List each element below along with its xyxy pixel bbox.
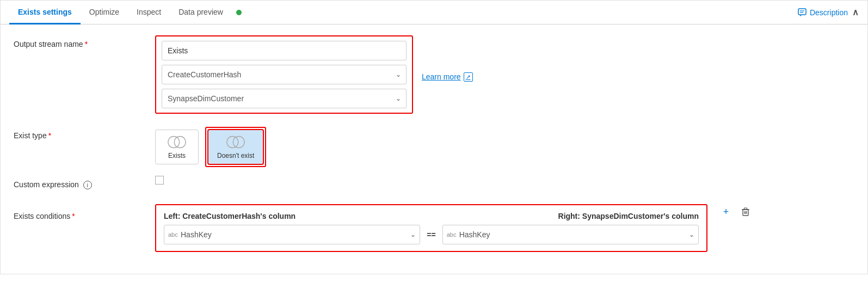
required-star-conditions: * [72, 212, 75, 220]
required-star: * [85, 40, 88, 48]
external-link-icon: ➚ [464, 72, 473, 82]
svg-rect-0 [798, 9, 806, 15]
exist-type-group: Exists Doesn't exist [155, 127, 266, 167]
right-condition-wrapper: abc HashKey ⌄ [442, 225, 699, 244]
right-col-header: Right: SynapseDimCustomer's column [558, 212, 699, 220]
tab-exists-settings[interactable]: Exists settings [9, 1, 81, 24]
exists-settings-panel: Exists settingsOptimizeInspectData previ… [0, 0, 868, 274]
left-condition-wrapper: abc HashKey ⌄ [164, 225, 420, 244]
doesnt-exist-venn-icon [225, 134, 246, 150]
conditions-row: abc HashKey ⌄ == abc HashKey [164, 225, 699, 244]
right-condition-select[interactable]: HashKey [442, 225, 699, 244]
required-star-exist: * [48, 131, 51, 140]
doesnt-exist-button[interactable]: Doesn't exist [207, 129, 264, 165]
exists-button[interactable]: Exists [155, 130, 199, 164]
doesnt-exist-label: Doesn't exist [217, 152, 254, 159]
checkbox-row [155, 176, 164, 185]
tab-optimize[interactable]: Optimize [81, 1, 128, 24]
top-inputs-highlight: CreateCustomerHash ⌄ SynapseDimCustomer … [155, 35, 413, 114]
collapse-button[interactable]: ∧ [852, 7, 859, 17]
doesnt-exist-highlight: Doesn't exist [205, 127, 266, 167]
output-stream-row: Output stream name* CreateCustomerHash ⌄ [14, 35, 854, 114]
add-condition-button[interactable]: + [718, 204, 734, 219]
conditions-actions: + [718, 204, 753, 219]
exist-type-label: Exist type* [14, 127, 155, 140]
svg-point-3 [168, 137, 180, 148]
svg-point-5 [227, 137, 238, 148]
exist-type-row: Exist type* Exists [14, 127, 854, 167]
custom-expression-label: Custom expression i [14, 176, 155, 189]
output-stream-input[interactable] [162, 41, 407, 60]
delete-condition-button[interactable] [738, 204, 753, 219]
info-icon[interactable]: i [83, 181, 92, 189]
tab-data-preview[interactable]: Data preview [170, 1, 232, 24]
chat-icon [798, 8, 807, 17]
exists-conditions-row: Exists conditions* Left: CreateCustomerH… [14, 204, 854, 252]
exists-venn-icon [167, 134, 187, 150]
svg-rect-9 [744, 208, 747, 210]
tab-bar: Exists settingsOptimizeInspectData previ… [1, 1, 867, 24]
tab-bar-right: Description ∧ [798, 7, 859, 17]
left-stream-wrapper: CreateCustomerHash ⌄ [162, 65, 407, 84]
description-button[interactable]: Description [798, 8, 848, 17]
tab-inspect[interactable]: Inspect [128, 1, 170, 24]
custom-expression-checkbox[interactable] [155, 176, 164, 185]
equals-operator: == [420, 230, 442, 239]
custom-expression-controls [155, 176, 854, 185]
output-stream-label: Output stream name* [14, 35, 155, 48]
tab-bar-left: Exists settingsOptimizeInspectData previ… [9, 1, 242, 24]
output-stream-controls: CreateCustomerHash ⌄ SynapseDimCustomer … [155, 35, 854, 114]
trash-icon [741, 207, 750, 217]
conditions-header: Left: CreateCustomerHash's column Right:… [164, 212, 699, 220]
learn-more-link[interactable]: Learn more ➚ [422, 68, 473, 82]
status-dot [236, 10, 242, 15]
description-label: Description [810, 8, 848, 17]
conditions-box: Left: CreateCustomerHash's column Right:… [155, 204, 707, 252]
custom-expression-row: Custom expression i [14, 176, 854, 195]
right-stream-wrapper: SynapseDimCustomer ⌄ [162, 89, 407, 108]
exists-label: Exists [168, 152, 186, 159]
left-col-header: Left: CreateCustomerHash's column [164, 212, 526, 220]
right-stream-select[interactable]: SynapseDimCustomer [162, 89, 407, 108]
exist-type-controls: Exists Doesn't exist [155, 127, 854, 167]
left-condition-select[interactable]: HashKey [164, 225, 420, 244]
main-content: Output stream name* CreateCustomerHash ⌄ [1, 24, 867, 274]
conditions-area: Left: CreateCustomerHash's column Right:… [155, 204, 854, 252]
left-stream-select[interactable]: CreateCustomerHash [162, 65, 407, 84]
svg-point-4 [174, 137, 186, 148]
svg-point-6 [233, 137, 244, 148]
exists-conditions-label: Exists conditions* [14, 204, 155, 220]
